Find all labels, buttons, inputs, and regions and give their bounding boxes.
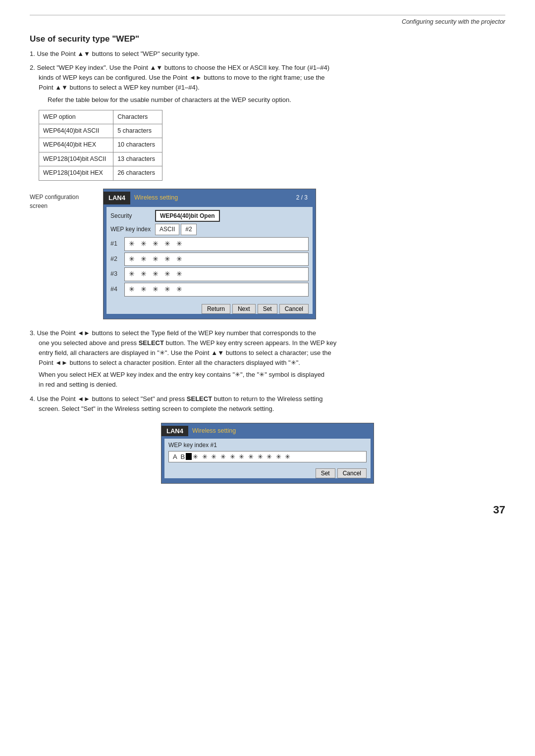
section-title: Use of security type "WEP"	[30, 34, 505, 44]
lan-badge: LAN4	[104, 192, 130, 204]
security-value-badge[interactable]: WEP64(40)bit Open	[155, 210, 220, 222]
page-subtitle: Configuring security with the projector	[30, 18, 505, 25]
table-cell-chars-2: 10 characters	[113, 138, 162, 152]
wep-key-row-1: #1 ✳ ✳ ✳ ✳ ✳	[110, 237, 309, 251]
step-3-number: 3.	[30, 329, 37, 337]
key-field-1[interactable]: ✳ ✳ ✳ ✳ ✳	[124, 237, 309, 251]
screen-page-number: 2 / 3	[296, 193, 308, 202]
table-row: WEP128(104)bit HEX 26 characters	[39, 166, 162, 180]
key-prefix: A B	[173, 453, 186, 460]
wep-key-row-2: #2 ✳ ✳ ✳ ✳ ✳	[110, 252, 309, 266]
screen2-footer: Set Cancel	[164, 465, 371, 478]
step-4: 4. Use the Point ◄► buttons to select "S…	[30, 394, 505, 414]
top-divider	[30, 15, 505, 15]
step-3-text: Use the Point ◄► buttons to select the T…	[30, 329, 505, 368]
step-4-text: Use the Point ◄► buttons to select "Set"…	[30, 395, 505, 414]
step-2-text: Select "WEP Key index". Use the Point ▲▼…	[30, 64, 505, 93]
wireless-setting-label: Wireless setting	[134, 193, 296, 202]
wep-key-entry-field[interactable]: A B ✳ ✳ ✳ ✳ ✳ ✳ ✳ ✳ ✳ ✳ ✳	[168, 451, 367, 462]
step-3-note: When you select HEX at WEP key index and…	[39, 370, 505, 390]
step-3: 3. Use the Point ◄► buttons to select th…	[30, 328, 505, 390]
security-row: Security WEP64(40)bit Open	[110, 210, 309, 222]
set-button[interactable]: Set	[258, 304, 277, 314]
key-number-2: #2	[110, 254, 124, 264]
table-header-characters: Characters	[113, 110, 162, 124]
ascii-button[interactable]: ASCII	[155, 224, 179, 235]
key-field-2[interactable]: ✳ ✳ ✳ ✳ ✳	[124, 252, 309, 266]
wep-key-entry-label: WEP key index #1	[168, 442, 367, 449]
key-number-4: #4	[110, 285, 124, 294]
wep-key-index-row: WEP key index ASCII #2	[110, 224, 309, 235]
table-cell-option-2: WEP64(40)bit HEX	[39, 138, 113, 152]
step-2: 2. Select "WEP Key index". Use the Point…	[30, 63, 505, 319]
screen2-body: WEP key index #1 A B ✳ ✳ ✳ ✳ ✳ ✳ ✳ ✳ ✳ ✳…	[164, 439, 371, 465]
key-field-4[interactable]: ✳ ✳ ✳ ✳ ✳	[124, 283, 309, 297]
wep-screen-label: WEP configuration screen	[30, 189, 94, 211]
step-2-note: Refer the table below for the usable num…	[48, 95, 505, 105]
return-button[interactable]: Return	[202, 304, 230, 314]
wep-key-entry-screen: LAN4 Wireless setting WEP key index #1 A…	[161, 423, 374, 484]
step-1-number: 1.	[30, 50, 37, 57]
wep-key-row-4: #4 ✳ ✳ ✳ ✳ ✳	[110, 283, 309, 297]
table-cell-chars-4: 26 characters	[113, 166, 162, 180]
screen2-set-button[interactable]: Set	[316, 468, 335, 478]
wep-configuration-screen-container: WEP configuration screen LAN4 Wireless s…	[30, 189, 505, 319]
table-cell-chars-1: 5 characters	[113, 124, 162, 138]
wep-configuration-screen: LAN4 Wireless setting 2 / 3 Security WEP…	[103, 189, 316, 319]
key-number-3: #3	[110, 269, 124, 279]
key-stars: ✳ ✳ ✳ ✳ ✳ ✳ ✳ ✳ ✳ ✳ ✳	[193, 453, 291, 460]
step-1: 1. Use the Point ▲▼ buttons to select "W…	[30, 49, 505, 59]
key-field-3[interactable]: ✳ ✳ ✳ ✳ ✳	[124, 267, 309, 281]
screen2-cancel-button[interactable]: Cancel	[337, 468, 367, 478]
key-cursor	[186, 453, 192, 460]
wep-options-table: WEP option Characters WEP64(40)bit ASCII…	[39, 110, 162, 181]
security-label: Security	[110, 211, 155, 221]
table-cell-option-3: WEP128(104)bit ASCII	[39, 152, 113, 166]
step-2-number: 2.	[30, 64, 37, 71]
screen2-wireless-label: Wireless setting	[192, 427, 369, 434]
screen-body: Security WEP64(40)bit Open WEP key index…	[107, 207, 313, 301]
hash2-button[interactable]: #2	[181, 224, 196, 235]
screen2-header: LAN4 Wireless setting	[161, 423, 374, 439]
table-cell-option-4: WEP128(104)bit HEX	[39, 166, 113, 180]
wep-key-row-3: #3 ✳ ✳ ✳ ✳ ✳	[110, 267, 309, 281]
wep-key-index-label: WEP key index	[110, 225, 155, 234]
table-cell-option-1: WEP64(40)bit ASCII	[39, 124, 113, 138]
screen-header: LAN4 Wireless setting 2 / 3	[104, 189, 316, 207]
table-row: WEP128(104)bit ASCII 13 characters	[39, 152, 162, 166]
table-row: WEP64(40)bit ASCII 5 characters	[39, 124, 162, 138]
wep-key-entry-screen-container: LAN4 Wireless setting WEP key index #1 A…	[30, 423, 505, 484]
page-number: 37	[30, 504, 505, 516]
table-row: WEP64(40)bit HEX 10 characters	[39, 138, 162, 152]
table-cell-chars-3: 13 characters	[113, 152, 162, 166]
step-4-number: 4.	[30, 395, 37, 403]
step-1-text: Use the Point ▲▼ buttons to select "WEP"…	[37, 50, 199, 57]
table-header-option: WEP option	[39, 110, 113, 124]
cancel-button[interactable]: Cancel	[279, 304, 309, 314]
screen2-lan-badge: LAN4	[161, 426, 188, 436]
key-number-1: #1	[110, 239, 124, 249]
screen-footer: Return Next Set Cancel	[107, 301, 313, 314]
next-button[interactable]: Next	[232, 304, 256, 314]
